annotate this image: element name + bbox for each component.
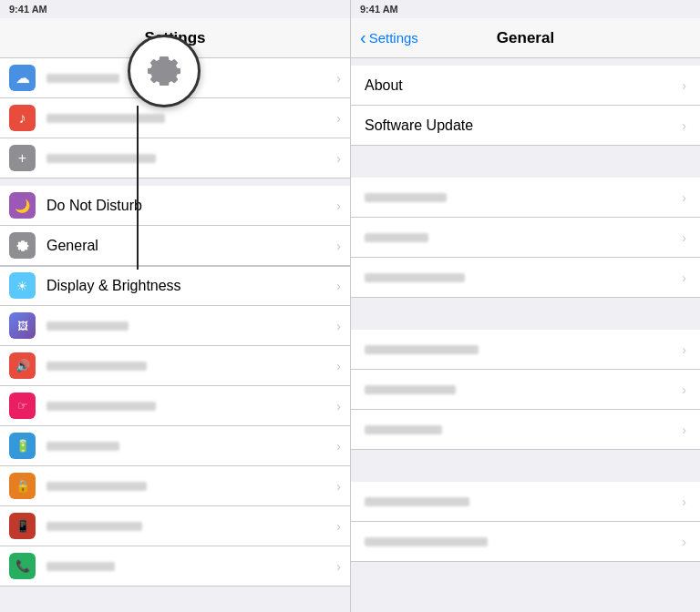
phone-label bbox=[46, 558, 336, 575]
r4-label bbox=[365, 230, 682, 246]
general-item-r4[interactable]: › bbox=[351, 218, 700, 258]
left-panel: 9:41 AM Settings ☁ › ♪ bbox=[0, 0, 350, 612]
gear-overlay-circle bbox=[128, 35, 201, 107]
left-status-bar: 9:41 AM bbox=[0, 0, 350, 18]
privacy-icon: 🔒 bbox=[9, 473, 36, 499]
r6-label bbox=[365, 342, 682, 358]
phone-chevron: › bbox=[336, 559, 341, 574]
general-icon bbox=[9, 232, 36, 259]
settings-item-wallet[interactable]: + › bbox=[0, 138, 350, 178]
right-nav-bar: ‹ Settings General bbox=[351, 18, 700, 58]
general-item-r8[interactable]: › bbox=[351, 410, 700, 450]
r9-chevron: › bbox=[682, 495, 686, 509]
settings-item-display[interactable]: ☀ Display & Brightness › bbox=[0, 266, 350, 306]
right-nav-title: General bbox=[497, 29, 554, 47]
settings-item-sounds[interactable]: 🔊 › bbox=[0, 346, 350, 386]
general-item-r3[interactable]: › bbox=[351, 178, 700, 218]
appstore-icon: 📱 bbox=[9, 513, 36, 539]
sounds-label bbox=[46, 358, 336, 374]
r10-chevron: › bbox=[682, 535, 686, 549]
general-item-r9[interactable]: › bbox=[351, 482, 700, 522]
icloud-icon: ☁ bbox=[9, 65, 36, 91]
settings-item-battery[interactable]: 🔋 › bbox=[0, 426, 350, 466]
phone-icon: 📞 bbox=[9, 553, 36, 579]
privacy-chevron: › bbox=[336, 479, 341, 494]
battery-label bbox=[46, 438, 336, 454]
display-icon: ☀ bbox=[9, 272, 36, 299]
settings-item-dnd[interactable]: 🌙 Do Not Disturb › bbox=[0, 186, 350, 226]
general-item-r10[interactable]: › bbox=[351, 522, 700, 562]
wallpaper-icon: 🖼 bbox=[9, 312, 36, 339]
general-chevron: › bbox=[336, 239, 341, 253]
settings-item-appstore[interactable]: 📱 › bbox=[0, 506, 350, 546]
r5-label bbox=[365, 270, 682, 286]
r3-chevron: › bbox=[682, 190, 686, 205]
itunes-chevron: › bbox=[336, 111, 341, 126]
right-status-time: 9:41 AM bbox=[360, 4, 398, 15]
right-status-bar: 9:41 AM bbox=[351, 0, 700, 18]
r5-chevron: › bbox=[682, 270, 686, 285]
general-label: General bbox=[46, 238, 336, 254]
general-item-r7[interactable]: › bbox=[351, 370, 700, 410]
settings-list: ☁ › ♪ › + › bbox=[0, 58, 350, 612]
software-update-label: Software Update bbox=[365, 117, 682, 134]
itunes-icon: ♪ bbox=[9, 105, 36, 131]
settings-item-privacy[interactable]: 🔒 › bbox=[0, 466, 350, 506]
touchid-label bbox=[46, 398, 336, 414]
general-section-gap-3 bbox=[351, 450, 700, 482]
wallpaper-label bbox=[46, 318, 336, 334]
general-item-r6[interactable]: › bbox=[351, 330, 700, 370]
general-section-gap-1 bbox=[351, 146, 700, 178]
about-chevron: › bbox=[682, 78, 686, 93]
touchid-chevron: › bbox=[336, 399, 341, 413]
privacy-label bbox=[46, 478, 336, 495]
r4-chevron: › bbox=[682, 230, 686, 245]
back-chevron-icon: ‹ bbox=[360, 27, 366, 48]
general-list: About › Software Update › › › › bbox=[351, 58, 700, 612]
r10-label bbox=[365, 534, 682, 550]
about-label: About bbox=[365, 77, 682, 94]
general-item-software-update[interactable]: Software Update › bbox=[351, 106, 700, 146]
wallpaper-chevron: › bbox=[336, 319, 341, 333]
general-item-about[interactable]: About › bbox=[351, 66, 700, 106]
touchid-icon: ☞ bbox=[9, 393, 36, 419]
dnd-chevron: › bbox=[336, 199, 341, 213]
connector-line bbox=[137, 106, 139, 270]
icloud-chevron: › bbox=[336, 71, 341, 86]
itunes-label bbox=[46, 110, 336, 127]
r8-label bbox=[365, 422, 682, 438]
r7-label bbox=[365, 382, 682, 398]
battery-icon: 🔋 bbox=[9, 433, 36, 459]
general-item-r5[interactable]: › bbox=[351, 258, 700, 298]
r7-chevron: › bbox=[682, 382, 686, 397]
r6-chevron: › bbox=[682, 342, 686, 357]
settings-item-touchid[interactable]: ☞ › bbox=[0, 386, 350, 426]
appstore-chevron: › bbox=[336, 519, 341, 534]
settings-item-phone[interactable]: 📞 › bbox=[0, 546, 350, 586]
settings-item-wallpaper[interactable]: 🖼 › bbox=[0, 306, 350, 346]
r8-chevron: › bbox=[682, 423, 686, 437]
gear-icon-small bbox=[15, 238, 31, 254]
wallet-label bbox=[46, 150, 336, 167]
wallet-icon: + bbox=[9, 145, 36, 171]
back-label: Settings bbox=[369, 30, 418, 46]
r3-label bbox=[365, 189, 682, 206]
sounds-icon: 🔊 bbox=[9, 352, 36, 379]
dnd-label: Do Not Disturb bbox=[46, 198, 336, 214]
appstore-label bbox=[46, 518, 336, 535]
general-section-gap-2 bbox=[351, 298, 700, 330]
software-update-chevron: › bbox=[682, 118, 686, 133]
dnd-icon: 🌙 bbox=[9, 192, 36, 219]
sounds-chevron: › bbox=[336, 359, 341, 373]
display-label: Display & Brightness bbox=[46, 278, 336, 294]
left-status-time: 9:41 AM bbox=[9, 4, 47, 15]
settings-item-general[interactable]: General › bbox=[0, 226, 350, 266]
right-panel: 9:41 AM ‹ Settings General About › Softw… bbox=[350, 0, 700, 612]
display-chevron: › bbox=[336, 279, 341, 293]
wallet-chevron: › bbox=[336, 151, 341, 166]
gear-icon-large bbox=[141, 48, 187, 94]
battery-chevron: › bbox=[336, 439, 341, 454]
back-button[interactable]: ‹ Settings bbox=[360, 27, 418, 48]
r9-label bbox=[365, 494, 682, 510]
